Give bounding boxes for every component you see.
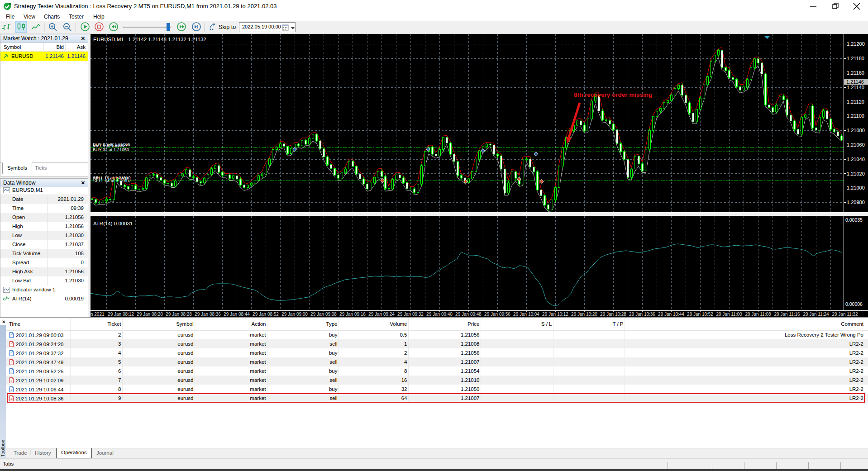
svg-text:1.21100: 1.21100 [847, 113, 864, 119]
svg-text:29 Jan 08:52: 29 Jan 08:52 [253, 312, 279, 317]
svg-text:1.21040: 1.21040 [847, 157, 865, 162]
svg-text:1.20980: 1.20980 [847, 200, 865, 205]
svg-text:29 Jan 10:28: 29 Jan 10:28 [600, 312, 626, 317]
svg-text:29 Jan 08:12: 29 Jan 08:12 [108, 312, 134, 317]
svg-text:1.21120: 1.21120 [847, 99, 864, 105]
svg-text:29 Jan 10:04: 29 Jan 10:04 [513, 312, 539, 317]
svg-text:29 Jan 09:48: 29 Jan 09:48 [455, 312, 482, 317]
svg-text:29 Jan 11:16: 29 Jan 11:16 [774, 312, 800, 317]
svg-text:29 Jan 09:32: 29 Jan 09:32 [397, 312, 424, 317]
svg-text:29 Jan 10:36: 29 Jan 10:36 [629, 312, 655, 317]
svg-text:29 Jan 2021: 29 Jan 2021 [91, 312, 105, 317]
svg-text:29 Jan 10:52: 29 Jan 10:52 [687, 312, 713, 317]
svg-text:29 Jan 09:16: 29 Jan 09:16 [339, 312, 366, 317]
svg-text:1.21020: 1.21020 [847, 171, 865, 176]
svg-text:29 Jan 08:28: 29 Jan 08:28 [166, 312, 192, 317]
svg-text:BUY 32 at 1.21050: BUY 32 at 1.21050 [93, 147, 129, 152]
svg-text:1.21080: 1.21080 [847, 128, 865, 133]
svg-text:ATR(14) 0.00031: ATR(14) 0.00031 [93, 221, 133, 226]
svg-text:EURUSD,M1 1.21142 1.21148 1.: EURUSD,M1 1.21142 1.21148 1.21132 1.2113… [93, 37, 206, 42]
svg-text:1.21180: 1.21180 [847, 56, 864, 61]
svg-text:SELL 64 at 1.21007: SELL 64 at 1.21007 [93, 178, 131, 183]
svg-text:29 Jan 11:00: 29 Jan 11:00 [716, 312, 742, 317]
svg-text:29 Jan 10:20: 29 Jan 10:20 [571, 312, 597, 317]
svg-text:1.21000: 1.21000 [847, 185, 865, 190]
svg-text:29 Jan 10:12: 29 Jan 10:12 [542, 312, 568, 317]
svg-text:29 Jan 08:36: 29 Jan 08:36 [195, 312, 221, 317]
svg-text:29 Jan 10:44: 29 Jan 10:44 [658, 312, 684, 317]
svg-text:Toolbox: Toolbox [0, 440, 5, 457]
svg-text:29 Jan 11:24: 29 Jan 11:24 [803, 312, 829, 317]
svg-text:1.21146: 1.21146 [846, 79, 864, 85]
svg-text:0.00035: 0.00035 [845, 217, 863, 223]
svg-text:29 Jan 09:08: 29 Jan 09:08 [310, 312, 337, 317]
svg-text:29 Jan 09:56: 29 Jan 09:56 [484, 312, 510, 317]
svg-text:0.00006: 0.00006 [845, 301, 863, 307]
svg-text:1.21160: 1.21160 [847, 70, 864, 76]
svg-text:8th recovery order missing: 8th recovery order missing [574, 91, 652, 98]
svg-text:29 Jan 08:44: 29 Jan 08:44 [224, 312, 250, 317]
svg-text:29 Jan 09:24: 29 Jan 09:24 [368, 312, 395, 317]
svg-text:29 Jan 11:32: 29 Jan 11:32 [832, 312, 858, 317]
svg-text:29 Jan 09:00: 29 Jan 09:00 [281, 312, 308, 317]
svg-text:29 Jan 09:40: 29 Jan 09:40 [426, 312, 453, 317]
svg-text:1.21200: 1.21200 [847, 41, 865, 47]
svg-text:1.21060: 1.21060 [847, 142, 865, 147]
svg-text:1.21140: 1.21140 [847, 85, 864, 90]
svg-text:29 Jan 11:08: 29 Jan 11:08 [745, 312, 771, 317]
svg-text:29 Jan 08:20: 29 Jan 08:20 [137, 312, 163, 317]
